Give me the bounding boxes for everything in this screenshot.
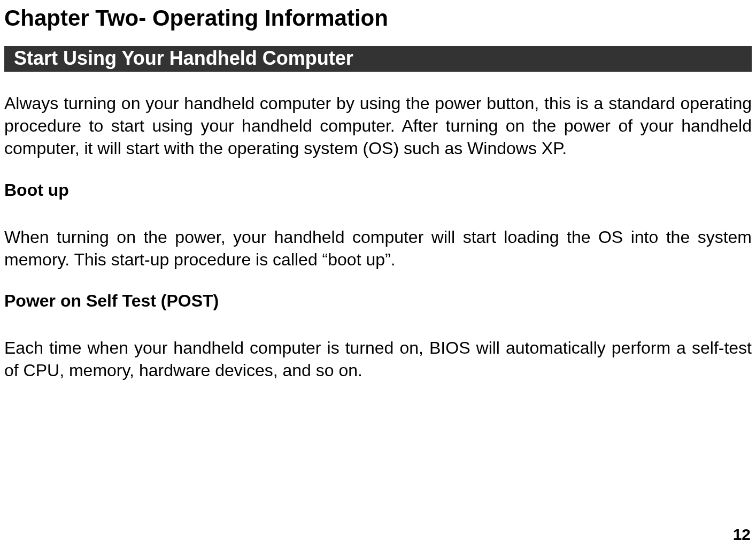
page-number: 12 [733, 525, 751, 544]
chapter-title: Chapter Two- Operating Information [4, 5, 752, 31]
section-banner: Start Using Your Handheld Computer [4, 46, 752, 72]
subsection-text-post: Each time when your handheld computer is… [4, 337, 752, 382]
section-intro-paragraph: Always turning on your handheld computer… [4, 92, 752, 160]
subsection-heading-bootup: Boot up [4, 180, 752, 200]
subsection-heading-post: Power on Self Test (POST) [4, 291, 752, 311]
subsection-text-bootup: When turning on the power, your handheld… [4, 226, 752, 271]
